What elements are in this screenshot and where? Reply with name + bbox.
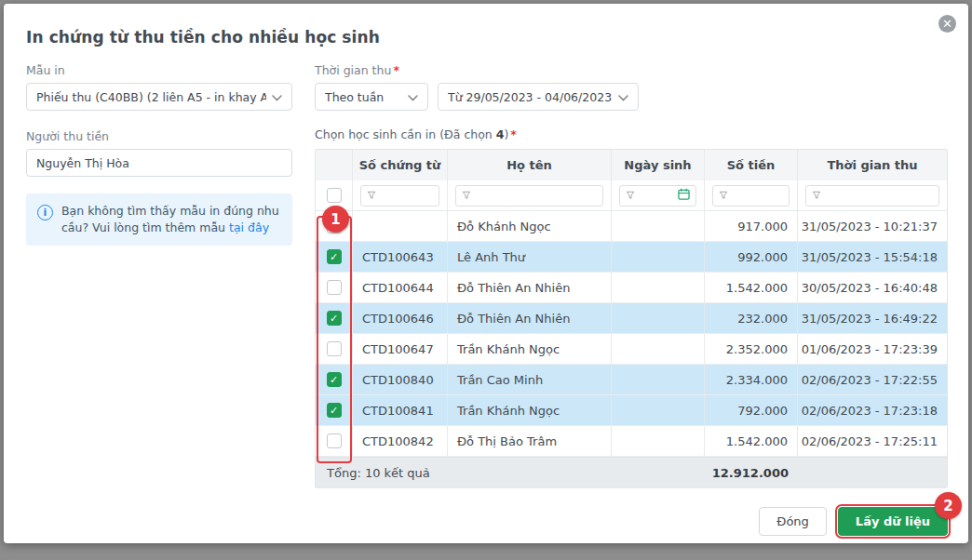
table-header-row: Số chứng từ Họ tên Ngày sinh Số tiền Thờ…	[316, 150, 947, 180]
filter-funnel-icon	[719, 189, 728, 203]
row-checkbox[interactable]	[327, 280, 342, 295]
collection-time-label: Thời gian thu*	[315, 63, 948, 77]
table-row[interactable]: CTD100647Trần Khánh Ngọc2.352.00001/06/2…	[316, 334, 947, 365]
row-dob	[612, 395, 705, 425]
student-select-label: Chọn học sinh cần in (Đã chọn 4)*	[315, 127, 948, 141]
table-row[interactable]: ✓CTD100840Trần Cao Minh2.334.00002/06/20…	[316, 365, 947, 395]
row-dob	[612, 273, 705, 302]
time-filter-cell	[798, 180, 947, 210]
table-row[interactable]: CTD100842Đỗ Thị Bảo Trâm1.542.00002/06/2…	[316, 426, 947, 457]
print-receipts-modal: ✕ In chứng từ thu tiền cho nhiều học sin…	[4, 4, 968, 543]
table-row[interactable]: CTD100644Đỗ Thiên An Nhiên1.542.00030/05…	[316, 273, 947, 303]
header-receipt-code: Số chứng từ	[353, 150, 448, 180]
row-dob	[612, 426, 705, 456]
calendar-icon[interactable]	[678, 188, 690, 203]
collector-input[interactable]	[26, 149, 292, 177]
row-dob	[612, 242, 705, 272]
table-row[interactable]: ✓CTD100841Trần Khánh Ngọc792.00002/06/20…	[316, 395, 947, 426]
row-dob	[612, 211, 705, 241]
name-filter-input[interactable]	[455, 185, 603, 207]
table-row[interactable]: ✓CTD100643Lê Anh Thư992.00031/05/2023 - …	[316, 242, 947, 273]
chevron-down-icon	[408, 90, 418, 104]
dob-filter-input[interactable]	[619, 185, 696, 207]
students-table: Số chứng từ Họ tên Ngày sinh Số tiền Thờ…	[315, 149, 948, 488]
row-student-name: Trần Cao Minh	[448, 365, 612, 394]
row-receipt-code: CTD100643	[353, 242, 448, 272]
row-student-name: Trần Khánh Ngọc	[448, 334, 612, 364]
results-total-label: Tổng: 10 kết quả	[316, 466, 612, 480]
row-receipt-code: CTD100644	[353, 273, 448, 302]
row-select-cell	[316, 334, 353, 364]
row-time: 02/06/2023 - 17:25:11	[798, 426, 947, 456]
filter-funnel-icon	[812, 189, 821, 203]
required-mark: *	[393, 63, 399, 77]
print-template-label: Mẫu in	[26, 63, 292, 77]
code-filter-cell	[353, 180, 448, 210]
get-data-button[interactable]: Lấy dữ liệu	[838, 507, 948, 536]
info-text: Bạn không tìm thấy mẫu in đúng nhu cầu? …	[61, 203, 281, 236]
date-range-value: Từ 29/05/2023 - 04/06/2023	[448, 90, 612, 104]
row-receipt-code: CTD100840	[353, 365, 448, 394]
header-dob: Ngày sinh	[612, 150, 705, 180]
print-template-select[interactable]: Phiếu thu (C40BB) (2 liên A5 - in khay A…	[26, 83, 292, 111]
row-time: 01/06/2023 - 17:23:39	[798, 334, 947, 364]
row-amount: 1.542.000	[705, 273, 798, 302]
annotation-step-1: 1	[322, 206, 349, 233]
table-body: Đỗ Khánh Ngọc917.00031/05/2023 - 10:21:3…	[316, 211, 947, 457]
row-checkbox[interactable]: ✓	[327, 403, 342, 418]
find-template-link[interactable]: tại đây	[229, 220, 269, 234]
row-checkbox[interactable]	[327, 433, 342, 448]
print-template-value: Phiếu thu (C40BB) (2 liên A5 - in khay A…	[36, 90, 266, 104]
row-student-name: Đỗ Thiên An Nhiên	[448, 273, 612, 302]
right-form-column: Thời gian thu* Theo tuần Từ 29/05/2023 -…	[315, 63, 948, 488]
filter-funnel-icon	[367, 189, 376, 203]
row-amount: 917.000	[705, 211, 798, 241]
row-receipt-code: CTD100841	[353, 395, 448, 425]
collector-label: Người thu tiền	[26, 129, 292, 143]
row-amount: 792.000	[705, 395, 798, 425]
modal-title: In chứng từ thu tiền cho nhiều học sinh	[26, 28, 380, 47]
period-type-select[interactable]: Theo tuần	[315, 83, 428, 111]
time-filter-input[interactable]	[805, 185, 939, 207]
row-time: 30/05/2023 - 16:40:48	[798, 273, 947, 302]
row-amount: 1.542.000	[705, 426, 798, 456]
row-select-cell: ✓	[316, 365, 353, 394]
row-student-name: Đỗ Thị Bảo Trâm	[448, 426, 612, 456]
date-range-select[interactable]: Từ 29/05/2023 - 04/06/2023	[438, 83, 639, 111]
row-select-cell	[316, 426, 353, 456]
row-receipt-code: CTD100647	[353, 334, 448, 364]
table-footer-row: Tổng: 10 kết quả 12.912.000	[316, 457, 947, 487]
row-amount: 2.352.000	[705, 334, 798, 364]
required-mark: *	[510, 127, 517, 141]
modal-actions: Đóng Lấy dữ liệu	[759, 507, 948, 536]
row-checkbox[interactable]	[327, 341, 342, 356]
table-filter-row	[316, 180, 947, 211]
annotation-step-2: 2	[935, 492, 962, 519]
select-all-checkbox[interactable]	[327, 188, 342, 203]
row-checkbox[interactable]: ✓	[327, 311, 342, 326]
code-filter-input[interactable]	[360, 185, 439, 207]
row-student-name: Đỗ Thiên An Nhiên	[448, 303, 612, 333]
info-icon: i	[37, 205, 53, 220]
modal-backdrop: ✕ In chứng từ thu tiền cho nhiều học sin…	[0, 0, 972, 560]
row-select-cell: ✓	[316, 395, 353, 425]
chevron-down-icon	[272, 90, 282, 104]
row-select-cell: ✓	[316, 303, 353, 333]
amount-total: 12.912.000	[712, 466, 798, 480]
row-checkbox[interactable]: ✓	[327, 249, 342, 264]
table-row[interactable]: ✓CTD100646Đỗ Thiên An Nhiên232.00031/05/…	[316, 303, 947, 334]
row-amount: 2.334.000	[705, 365, 798, 394]
row-dob	[612, 365, 705, 394]
table-row[interactable]: Đỗ Khánh Ngọc917.00031/05/2023 - 10:21:3…	[316, 211, 947, 242]
row-time: 31/05/2023 - 16:49:22	[798, 303, 947, 333]
row-time: 02/06/2023 - 17:22:55	[798, 365, 947, 394]
close-icon[interactable]: ✕	[938, 15, 956, 33]
close-button[interactable]: Đóng	[759, 507, 827, 536]
header-amount: Số tiền	[705, 150, 798, 180]
filter-funnel-icon	[626, 189, 635, 203]
name-filter-cell	[448, 180, 612, 210]
row-time: 31/05/2023 - 15:54:18	[798, 242, 947, 272]
row-amount: 232.000	[705, 303, 798, 333]
amount-filter-input[interactable]	[712, 185, 790, 207]
row-checkbox[interactable]: ✓	[327, 372, 342, 387]
